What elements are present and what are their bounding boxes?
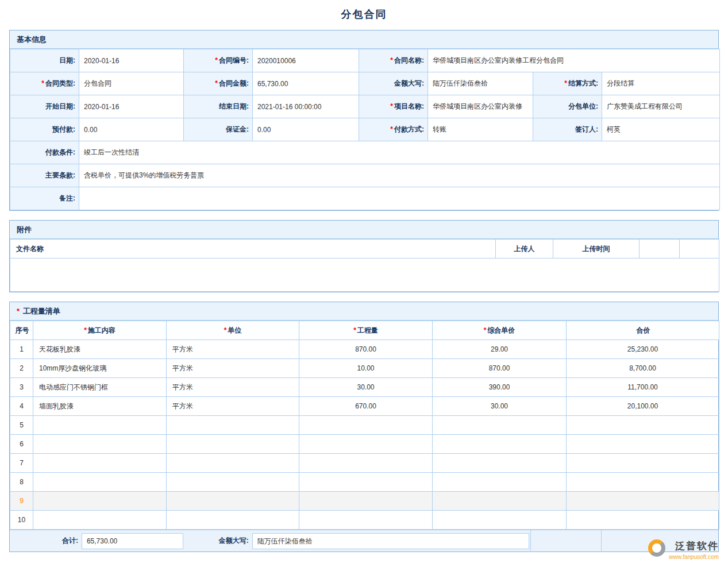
quantity-cell: 670.00 <box>299 397 433 416</box>
payment-method-value: 转账 <box>428 118 533 141</box>
date-value: 2020-01-16 <box>79 49 184 72</box>
uploader-column-header: 上传人 <box>496 240 553 259</box>
boq-row[interactable]: 1 天花板乳胶漆 平方米 870.00 29.00 25,230.00 <box>10 340 719 359</box>
deposit-label: 保证金: <box>184 118 253 141</box>
signer-value: 柯英 <box>602 118 720 141</box>
deposit-value: 0.00 <box>253 118 359 141</box>
signer-label: 签订人: <box>533 118 602 141</box>
attachments-header-row: 文件名称 上传人 上传时间 <box>10 240 719 259</box>
contract-no-label: *合同编号: <box>184 49 253 72</box>
main-terms-value: 含税单价，可提供3%的增值税劳务普票 <box>79 164 720 187</box>
unit-price-cell: 390.00 <box>433 378 567 397</box>
header-text: 序号 <box>16 326 29 334</box>
content-cell <box>33 492 167 511</box>
basic-info-section-title: 基本信息 <box>17 35 47 44</box>
no-column-header: 序号 <box>10 321 33 340</box>
boq-row[interactable]: 3 电动感应门不锈钢门框 平方米 30.00 390.00 11,700.00 <box>10 378 719 397</box>
total-column-header: 合价 <box>567 321 719 340</box>
boq-row[interactable]: 10 <box>10 511 719 530</box>
contract-name-value: 华侨城项目南区办公室内装修工程分包合同 <box>428 49 720 72</box>
required-asterisk: * <box>84 326 87 334</box>
unit-price-cell <box>433 511 567 530</box>
unit-cell: 平方米 <box>167 340 299 359</box>
attachments-extra-column-2 <box>680 240 719 259</box>
boq-row[interactable]: 8 <box>10 473 719 492</box>
attachments-section-title: 附件 <box>17 225 32 234</box>
total-cell: 20,100.00 <box>567 397 719 416</box>
content-cell <box>33 435 167 454</box>
settlement-method-label: *结算方式: <box>533 72 602 95</box>
quantity-cell: 10.00 <box>299 359 433 378</box>
label-text: 分包单位: <box>568 102 598 110</box>
label-text: 付款方式: <box>394 125 424 133</box>
total-cell <box>567 473 719 492</box>
unit-cell: 平方米 <box>167 359 299 378</box>
payment-terms-value: 竣工后一次性结清 <box>79 141 720 164</box>
label-text: 预付款: <box>52 125 75 133</box>
boq-row[interactable]: 2 10mm厚沙盘钢化玻璃 平方米 10.00 870.00 8,700.00 <box>10 359 719 378</box>
subcontract-unit-label: 分包单位: <box>533 95 602 118</box>
quantity-cell <box>299 435 433 454</box>
quantity-cell <box>299 454 433 473</box>
label-text: 开始日期: <box>45 102 75 110</box>
row-no-cell: 4 <box>10 397 33 416</box>
quantity-cell <box>299 511 433 530</box>
vendor-logo[interactable]: 泛普软件 www.fanpusoft.com <box>648 539 719 560</box>
boq-row[interactable]: 7 <box>10 454 719 473</box>
basic-info-panel: 基本信息 日期: 2020-01-16 *合同编号: 2020010006 *合… <box>9 30 719 211</box>
unit-price-cell: 30.00 <box>433 397 567 416</box>
unit-price-cell: 29.00 <box>433 340 567 359</box>
unit-cell: 平方米 <box>167 397 299 416</box>
unit-price-cell: 870.00 <box>433 359 567 378</box>
boq-row[interactable]: 6 <box>10 435 719 454</box>
attachments-extra-column-1 <box>640 240 680 259</box>
basic-info-row-3: 开始日期: 2020-01-16 结束日期: 2021-01-16 00:00:… <box>10 95 720 118</box>
basic-info-row-5: 付款条件: 竣工后一次性结清 <box>10 141 720 164</box>
content-cell <box>33 416 167 435</box>
settlement-method-value: 分段结算 <box>602 72 720 95</box>
end-date-value: 2021-01-16 00:00:00 <box>253 95 359 118</box>
unit-cell <box>167 473 299 492</box>
required-asterisk: * <box>17 307 20 315</box>
required-asterisk: * <box>390 125 393 133</box>
unit-price-cell <box>433 454 567 473</box>
logo-text-wrap: 泛普软件 www.fanpusoft.com <box>669 539 719 560</box>
boq-row-active[interactable]: 9 <box>10 492 719 511</box>
required-asterisk: * <box>564 79 567 87</box>
row-no-cell: 5 <box>10 416 33 435</box>
header-text: 工程量 <box>357 326 378 334</box>
attachments-empty-row <box>10 259 719 292</box>
label-text: 结束日期: <box>219 102 249 110</box>
amount-caps-footer-input[interactable]: 陆万伍仟柒佰叁拾 <box>252 533 530 549</box>
contract-name-label: *合同名称: <box>359 49 428 72</box>
quantity-cell: 870.00 <box>299 340 433 359</box>
subcontract-unit-value: 广东赞美成工程有限公司 <box>602 95 720 118</box>
row-no-cell: 2 <box>10 359 33 378</box>
unit-cell <box>167 454 299 473</box>
boq-panel: * 工程量清单 序号 *施工内容 *单位 *工程量 *综合单价 合价 1 天花板… <box>9 302 719 552</box>
footer-empty-cell-1 <box>530 530 601 552</box>
required-asterisk: * <box>390 56 393 64</box>
quantity-cell <box>299 473 433 492</box>
payment-method-label: *付款方式: <box>359 118 428 141</box>
boq-row[interactable]: 4 墙面乳胶漆 平方米 670.00 30.00 20,100.00 <box>10 397 719 416</box>
attachments-empty-body <box>10 259 719 292</box>
quantity-cell: 30.00 <box>299 378 433 397</box>
payment-terms-label: 付款条件: <box>10 141 79 164</box>
basic-info-row-4: 预付款: 0.00 保证金: 0.00 *付款方式: 转账 签订人: 柯英 <box>10 118 720 141</box>
amount-caps-value: 陆万伍仟柒佰叁拾 <box>428 72 533 95</box>
label-text: 备注: <box>59 194 75 202</box>
vendor-url: www.fanpusoft.com <box>669 554 719 560</box>
total-input[interactable]: 65,730.00 <box>82 533 183 549</box>
content-cell <box>33 473 167 492</box>
row-no-cell: 1 <box>10 340 33 359</box>
basic-info-row-6: 主要条款: 含税单价，可提供3%的增值税劳务普票 <box>10 164 720 187</box>
total-cell <box>567 416 719 435</box>
boq-row[interactable]: 5 <box>10 416 719 435</box>
content-cell: 电动感应门不锈钢门框 <box>33 378 167 397</box>
main-terms-label: 主要条款: <box>10 164 79 187</box>
total-cell <box>567 492 719 511</box>
content-cell <box>33 454 167 473</box>
boq-table: 序号 *施工内容 *单位 *工程量 *综合单价 合价 1 天花板乳胶漆 平方米 … <box>10 321 719 530</box>
quantity-cell <box>299 416 433 435</box>
